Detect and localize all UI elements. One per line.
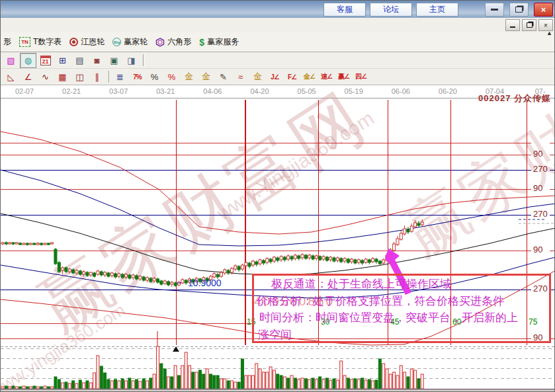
gold-ratio-icon[interactable]: 金 xyxy=(198,69,214,85)
gann-wheel-icon xyxy=(69,38,78,46)
calculator-icon[interactable]: ⊞ xyxy=(54,53,71,68)
channel-curve-black-life xyxy=(1,214,555,275)
customer-service-button[interactable]: 客服 xyxy=(323,3,366,17)
toolbar-drawing-tools: ◺∠∿▦◫∥≣7%%%金金✎≈金J∠F∠金∠速∠赢∠四∠ xyxy=(1,69,555,85)
restore-icon xyxy=(515,7,523,13)
date-tick-04-06: 04-06 xyxy=(203,87,222,95)
mdi-restore-icon xyxy=(527,22,533,28)
speed-angle-icon[interactable]: 速∠ xyxy=(318,69,335,85)
annotation-line-3: 时间分析：时间窗位置变盘，突破平台，开启新的上 xyxy=(259,309,549,327)
gold-line-icon[interactable]: 金 xyxy=(249,69,266,85)
price-grid-icon[interactable]: ◫ xyxy=(71,69,88,85)
gann-degree-label: 90 xyxy=(533,149,542,159)
j-angle-icon[interactable]: J∠ xyxy=(267,69,283,85)
gold-circle-icon[interactable]: 金 xyxy=(181,69,197,85)
date-axis: 02-0702-2103-0703-2104-0604-2005-0505-19… xyxy=(1,85,555,98)
gann-angle-icon[interactable]: ∠ xyxy=(20,69,36,85)
zigzag-icon[interactable]: ∿ xyxy=(37,69,54,85)
date-tick-05-19: 05-19 xyxy=(345,87,363,95)
menu-label: 赢家服务 xyxy=(207,36,239,48)
theme-icon[interactable]: ▧ xyxy=(3,53,19,68)
toolbar-separator xyxy=(143,54,144,66)
forum-button[interactable]: 论坛 xyxy=(370,3,412,17)
menu-item-t-digital-table[interactable]: TNT数字表 xyxy=(18,35,65,49)
mdi-minimize-icon xyxy=(510,26,515,28)
date-tick-02-07: 02-07 xyxy=(15,87,34,95)
toolbar-main: ▧◍21⊞▤◙▣◨ xyxy=(1,52,555,69)
stats-icon[interactable]: ≣ xyxy=(112,69,128,85)
close-icon: × xyxy=(541,5,546,15)
stock-title: 002027 分众传媒 xyxy=(478,93,551,104)
time-window-triangle-marker xyxy=(173,346,179,352)
main-chart-canvas[interactable]: 90270902709027090153045607510.9000 xyxy=(1,98,555,392)
title-bar: 客服 论坛 主页 × xyxy=(1,1,555,18)
panel-expand-arrow[interactable]: ▲ xyxy=(546,30,552,36)
date-tick-06-06: 06-06 xyxy=(392,87,410,95)
wave-icon[interactable]: ≈ xyxy=(232,69,249,85)
menu-item-hexagon[interactable]: 六角形 xyxy=(154,35,195,49)
parallel-lines-icon[interactable]: ∥ xyxy=(89,69,105,85)
percent-7-icon[interactable]: 7% xyxy=(129,69,146,85)
mdi-minimize-button[interactable] xyxy=(505,19,520,31)
pen-icon[interactable]: ✎ xyxy=(215,69,232,85)
dollar-icon: $ xyxy=(199,37,204,48)
gann-degree-label: 90 xyxy=(533,245,542,255)
date-tick-05-05: 05-05 xyxy=(298,87,316,95)
date-tick-03-21: 03-21 xyxy=(156,87,175,95)
four-angle-icon[interactable]: 四∠ xyxy=(353,69,369,85)
tn-icon: TN xyxy=(19,37,30,47)
toolbar-separator xyxy=(108,71,109,83)
winner-wheel-icon: Big xyxy=(112,38,121,46)
gann-degree-label: 90 xyxy=(533,183,542,193)
date-tick-03-07: 03-07 xyxy=(109,87,128,95)
window-bottom-edge xyxy=(1,389,555,392)
stock-name: 分众传媒 xyxy=(514,93,551,103)
volume-series xyxy=(1,346,423,389)
gann-degree-label: 270 xyxy=(533,209,548,219)
minimize-button[interactable] xyxy=(485,3,504,17)
analysis-annotation-box: 极反通道：处于生命线上可操作区域价格分析：处于价格支撑位置，符合价格买进条件时间… xyxy=(252,274,551,343)
app-window: 客服 论坛 主页 × × 形TNT数字表江恩轮Big赢家轮六角形$赢家服务 ▧◍… xyxy=(0,0,555,392)
calendar-icon[interactable]: 21 xyxy=(37,53,54,68)
annotation-line-4: 涨空间 xyxy=(258,327,549,344)
notes-icon[interactable]: ▤ xyxy=(71,53,88,68)
percent-line-icon[interactable]: % xyxy=(163,69,180,85)
fan-lines-icon[interactable]: ◺ xyxy=(3,69,19,85)
close-button[interactable]: × xyxy=(534,3,553,17)
menu-label: 六角形 xyxy=(167,36,191,48)
save-icon[interactable]: ◙ xyxy=(89,53,105,68)
menu-item-gann-wheel[interactable]: 江恩轮 xyxy=(68,35,108,49)
menu-label: 形 xyxy=(3,36,11,48)
menu-label: 赢家轮 xyxy=(124,36,148,48)
f-angle-icon[interactable]: F∠ xyxy=(284,69,300,85)
mdi-close-icon: × xyxy=(544,22,548,29)
menu-item-winner-wheel[interactable]: Big赢家轮 xyxy=(111,35,151,49)
overlay-icon[interactable]: ◍ xyxy=(20,53,36,68)
date-tick-06-20: 06-20 xyxy=(439,87,457,95)
channel-curve-red-upper xyxy=(1,132,555,234)
mdi-restore-button[interactable] xyxy=(522,19,536,31)
copy-icon[interactable]: ▣ xyxy=(106,53,122,68)
hexagon-icon xyxy=(155,38,165,47)
stock-code: 002027 xyxy=(478,93,511,103)
chart-area[interactable]: 赢家财富网 赢家财富网 www.Yingjia360.com www.yingj… xyxy=(1,98,555,392)
gann-degree-label: 270 xyxy=(533,164,548,174)
menu-label: T数字表 xyxy=(33,36,62,48)
percent-icon[interactable]: % xyxy=(146,69,163,85)
menu-bar: 形TNT数字表江恩轮Big赢家轮六角形$赢家服务 xyxy=(1,32,555,52)
homepage-button[interactable]: 主页 xyxy=(416,3,458,17)
calendar-glyph: 21 xyxy=(40,56,51,65)
menu-item-shape[interactable]: 形 xyxy=(2,35,15,49)
gold-angle-icon[interactable]: 金∠ xyxy=(301,69,318,85)
date-tick-04-20: 04-20 xyxy=(250,87,269,95)
win-angle-icon[interactable]: 赢∠ xyxy=(335,69,352,85)
minimize-icon xyxy=(491,9,498,11)
date-tick-02-21: 02-21 xyxy=(62,87,81,95)
restore-button[interactable] xyxy=(509,3,529,17)
mdi-controls-row: × xyxy=(1,18,555,32)
gann-grid-icon[interactable]: ▦ xyxy=(54,69,71,85)
print-icon[interactable]: ◨ xyxy=(123,53,140,68)
annotation-line-1: 极反通道：处于生命线上可操作区域 xyxy=(271,276,549,293)
menu-label: 江恩轮 xyxy=(81,36,105,48)
menu-item-winner-service[interactable]: $赢家服务 xyxy=(198,35,243,49)
